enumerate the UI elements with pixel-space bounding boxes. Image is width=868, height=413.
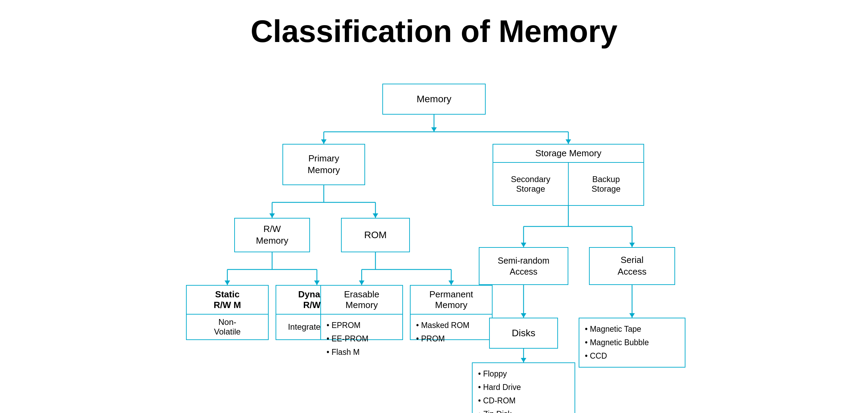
non-volatile-label: Non- Volatile (187, 315, 268, 339)
erasable-memory-box: Erasable Memory • EPROM• EE-PROM• Flash … (320, 285, 403, 340)
rw-memory-box: R/W Memory (234, 218, 310, 252)
semi-random-label: Semi-random Access (498, 255, 549, 277)
secondary-storage-label: Secondary Storage (493, 163, 569, 205)
permanent-memory-label: Permanent Memory (411, 286, 492, 315)
static-rw-label: Static R/W M (187, 286, 268, 315)
disks-list-box: • Floppy• Hard Drive• CD-ROM• Zip Disk (472, 362, 575, 413)
static-rw-box: Static R/W M Non- Volatile (186, 285, 269, 340)
disks-label: Disks (512, 327, 535, 339)
semi-random-box: Semi-random Access (479, 247, 568, 285)
svg-marker-36 (629, 313, 635, 318)
permanent-memory-box: Permanent Memory • Masked ROM• PROM (410, 285, 493, 340)
disks-box: Disks (489, 318, 558, 349)
svg-marker-23 (431, 127, 437, 132)
svg-marker-27 (373, 213, 378, 218)
svg-marker-26 (269, 213, 275, 218)
svg-marker-31 (448, 280, 454, 285)
primary-memory-box: Primary Memory (282, 144, 365, 185)
storage-memory-box: Storage Memory Secondary Storage Backup … (493, 144, 644, 206)
erasable-memory-label: Erasable Memory (321, 286, 402, 315)
svg-marker-29 (314, 280, 320, 285)
svg-marker-32 (521, 243, 526, 247)
memory-box: Memory (382, 84, 486, 115)
serial-list-box: • Magnetic Tape• Magnetic Bubble• CCD (579, 318, 685, 368)
memory-label: Memory (416, 93, 451, 105)
svg-marker-30 (359, 280, 364, 285)
svg-marker-35 (521, 358, 526, 362)
storage-memory-label: Storage Memory (493, 145, 643, 163)
svg-marker-28 (225, 280, 230, 285)
primary-memory-label: Primary Memory (308, 153, 340, 176)
diagram: Memory Primary Memory Storage Memory Sec… (0, 56, 868, 413)
rw-memory-label: R/W Memory (256, 223, 288, 247)
page-title: Classification of Memory (0, 0, 868, 56)
rom-box: ROM (341, 218, 410, 252)
svg-marker-34 (521, 313, 526, 318)
backup-storage-label: Backup Storage (569, 163, 643, 205)
serial-list: • Magnetic Tape• Magnetic Bubble• CCD (579, 318, 685, 367)
disks-list: • Floppy• Hard Drive• CD-ROM• Zip Disk (473, 363, 575, 413)
svg-marker-24 (321, 139, 327, 144)
permanent-list: • Masked ROM• PROM (411, 315, 492, 350)
serial-access-label: Serial Access (618, 254, 647, 278)
rom-label: ROM (364, 229, 386, 241)
svg-marker-25 (566, 139, 571, 144)
serial-access-box: Serial Access (589, 247, 675, 285)
svg-marker-33 (629, 243, 635, 247)
erasable-list: • EPROM• EE-PROM• Flash M (321, 315, 402, 363)
